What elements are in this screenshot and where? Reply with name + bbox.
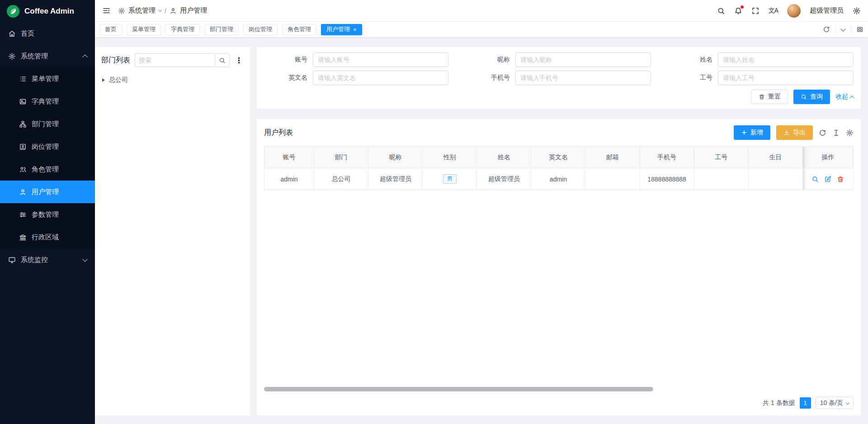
phone-input[interactable] (515, 71, 651, 85)
bank-icon (19, 233, 27, 241)
translate-icon[interactable]: 文A (769, 7, 778, 15)
sidebar-item-user-mgmt[interactable]: 用户管理 (0, 181, 95, 203)
table-row[interactable]: admin 总公司 超级管理员 男 超级管理员 admin 1888888888… (264, 168, 854, 190)
user-table: 账号 部门 昵称 性别 姓名 英文名 邮箱 手机号 工号 生日 操作 (264, 146, 854, 190)
search-icon[interactable] (717, 7, 725, 15)
chevron-down-icon (846, 400, 849, 404)
tab-user-mgmt[interactable]: 用户管理 × (321, 24, 362, 35)
page-size-select[interactable]: 10 条/页 (816, 397, 854, 409)
sidebar-item-label: 角色管理 (32, 165, 59, 174)
tab-home[interactable]: 首页 (99, 24, 122, 35)
bell-icon[interactable] (734, 7, 742, 15)
sidebar-item-label: 系统监控 (21, 256, 48, 264)
sidebar-item-system[interactable]: 系统管理 (0, 45, 95, 67)
fullscreen-icon[interactable] (751, 7, 760, 15)
logo[interactable]: Coffee Admin (0, 0, 95, 22)
add-user-button[interactable]: 新增 (734, 125, 770, 140)
refresh-icon[interactable] (823, 26, 830, 33)
search-icon (801, 94, 807, 100)
trash-icon (759, 94, 765, 100)
refresh-icon[interactable] (819, 129, 826, 137)
col-gender: 性别 (423, 147, 477, 168)
form-field-en-name: 英文名 (264, 71, 448, 85)
col-name: 姓名 (477, 147, 531, 168)
dept-tree: 总公司 (101, 74, 244, 86)
col-nickname: 昵称 (368, 147, 423, 168)
sidebar-item-menu-mgmt[interactable]: 菜单管理 (0, 67, 95, 90)
collapse-form-link[interactable]: 收起 (835, 93, 854, 101)
content-fullscreen-icon[interactable] (856, 26, 863, 33)
form-field-nickname: 昵称 (467, 52, 651, 67)
table-title: 用户列表 (264, 128, 293, 138)
tab-post-mgmt[interactable]: 岗位管理 (243, 24, 278, 35)
reset-button[interactable]: 重置 (751, 90, 788, 104)
sidebar-item-dept-mgmt[interactable]: 部门管理 (0, 113, 95, 135)
tab-dept-mgmt[interactable]: 部门管理 (204, 24, 239, 35)
gear-icon (8, 52, 16, 60)
delete-icon[interactable] (837, 176, 844, 183)
column-settings-gear-icon[interactable] (846, 129, 854, 137)
chevron-down-icon (82, 257, 87, 262)
job-no-input[interactable] (718, 71, 854, 85)
en-name-input[interactable] (313, 71, 448, 85)
breadcrumb-separator: / (165, 7, 166, 14)
row-height-icon[interactable] (832, 129, 840, 137)
name-input[interactable] (718, 52, 854, 67)
col-dept: 部门 (314, 147, 368, 168)
field-label: 英文名 (264, 74, 313, 82)
org-tree-icon (19, 120, 27, 128)
download-icon (783, 129, 790, 136)
horizontal-scrollbar (264, 387, 854, 391)
view-icon[interactable] (811, 176, 819, 183)
tab-close-icon[interactable]: × (353, 27, 357, 33)
sidebar-collapse-icon[interactable] (102, 6, 111, 15)
pagination-total: 共 1 条数据 (763, 399, 795, 407)
topbar: 系统管理 / 用户管理 文A 超级管理员 (95, 0, 868, 22)
sidebar-item-region[interactable]: 行政区域 (0, 226, 95, 248)
settings-gear-icon[interactable] (853, 7, 861, 15)
dept-panel-header: 部门列表 ⋮ (101, 53, 244, 67)
edit-icon[interactable] (824, 176, 831, 183)
page-button-1[interactable]: 1 (800, 397, 811, 409)
avatar[interactable] (787, 4, 801, 18)
current-user-name[interactable]: 超级管理员 (810, 6, 844, 15)
query-button[interactable]: 查询 (793, 90, 830, 104)
sidebar-item-label: 菜单管理 (32, 75, 59, 83)
sidebar-item-post-mgmt[interactable]: 岗位管理 (0, 135, 95, 158)
sidebar-item-label: 岗位管理 (32, 143, 59, 151)
tree-item-root[interactable]: 总公司 (101, 74, 244, 86)
divider (850, 25, 851, 33)
col-phone: 手机号 (640, 147, 694, 168)
sidebar-item-param-mgmt[interactable]: 参数管理 (0, 203, 95, 226)
breadcrumb-item-system[interactable]: 系统管理 (128, 6, 156, 15)
col-account: 账号 (264, 147, 314, 168)
dept-search (135, 53, 230, 67)
sidebar-item-home[interactable]: 首页 (0, 22, 95, 45)
dept-search-button[interactable] (215, 53, 230, 67)
chevron-down-icon[interactable] (840, 26, 845, 31)
nickname-input[interactable] (515, 52, 651, 67)
sidebar-item-monitor[interactable]: 系统监控 (0, 248, 95, 271)
chevron-up-icon (82, 54, 87, 59)
tab-dict-mgmt[interactable]: 字典管理 (165, 24, 200, 35)
caret-right-icon[interactable] (102, 78, 105, 82)
export-button[interactable]: 导出 (776, 125, 813, 140)
field-label: 账号 (264, 56, 313, 64)
tab-role-mgmt[interactable]: 角色管理 (282, 24, 316, 35)
pagination: 共 1 条数据 1 10 条/页 (264, 397, 854, 409)
sidebar-item-dict-mgmt[interactable]: 字典管理 (0, 90, 95, 113)
list-icon (19, 75, 27, 83)
tab-menu-mgmt[interactable]: 菜单管理 (127, 24, 161, 35)
account-input[interactable] (313, 52, 448, 67)
sidebar-menu: 首页 系统管理 菜单管理 字典管理 部门管理 (0, 22, 95, 424)
sidebar-item-role-mgmt[interactable]: 角色管理 (0, 158, 95, 181)
sliders-icon (19, 211, 27, 219)
dept-search-input[interactable] (135, 53, 215, 67)
search-form: 账号 昵称 姓名 英文名 (264, 52, 854, 85)
more-options-icon[interactable]: ⋮ (234, 57, 244, 64)
plus-icon (741, 129, 747, 136)
scrollbar-thumb[interactable] (264, 387, 653, 391)
coffee-logo-icon (6, 5, 20, 18)
col-actions: 操作 (802, 147, 853, 168)
field-label: 手机号 (467, 74, 515, 82)
